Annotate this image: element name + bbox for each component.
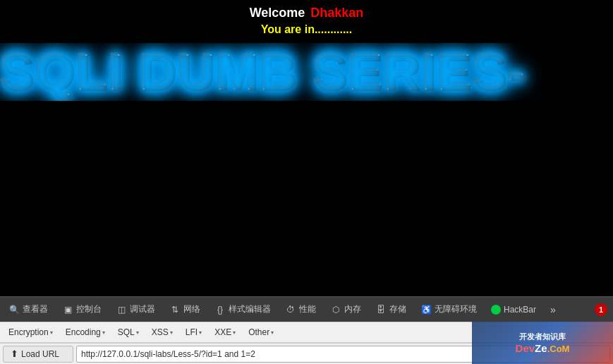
main-content: Welcome Dhakkan You are in............ S… (0, 0, 613, 296)
performance-icon: ⏱ (285, 304, 296, 315)
sql-arrow-icon: ▾ (136, 329, 139, 336)
encryption-label: Encryption (8, 327, 49, 337)
debugger-icon: ◫ (116, 304, 127, 315)
watermark-ze: Ze (535, 342, 547, 354)
encryption-arrow-icon: ▾ (50, 329, 53, 336)
performance-label: 性能 (299, 303, 316, 315)
lfi-button[interactable]: LFI ▾ (180, 325, 207, 339)
devtools-style-editor[interactable]: {} 样式编辑器 (212, 302, 274, 317)
storage-label: 存储 (389, 303, 406, 315)
memory-icon: ⬡ (330, 304, 341, 315)
banner-wrapper: SQLI DUMB SERIES- (0, 43, 613, 101)
style-label: 样式编辑器 (229, 303, 271, 315)
watermark-line2: Dev Ze .CoM (516, 342, 570, 354)
devtools-network[interactable]: ⇅ 网络 (166, 302, 203, 317)
lfi-arrow-icon: ▾ (199, 329, 202, 336)
load-url-label: Load URL (21, 349, 59, 359)
upload-icon: ⬆ (11, 348, 18, 359)
more-icon: » (550, 304, 556, 315)
hackbar-dot-icon (491, 305, 501, 315)
devtools-console[interactable]: ▣ 控制台 (59, 302, 104, 317)
encoding-button[interactable]: Encoding ▾ (60, 325, 111, 339)
style-icon: {} (214, 304, 226, 315)
other-label: Other (248, 327, 269, 337)
devtools-accessibility[interactable]: ♿ 无障碍环境 (418, 302, 480, 317)
banner-text: SQLI DUMB SERIES- (0, 43, 526, 101)
firefox-devtools-toolbar: 🔍 查看器 ▣ 控制台 ◫ 调试器 ⇅ 网络 {} 样式编辑器 ⏱ 性能 ⬡ 内… (0, 296, 613, 322)
watermark: 开发者知识库 Dev Ze .CoM (472, 322, 613, 364)
welcome-label: Welcome (250, 6, 305, 20)
devtools-storage[interactable]: 🗄 存储 (372, 302, 409, 317)
username-label: Dhakkan (310, 6, 363, 20)
encryption-button[interactable]: Encryption ▾ (3, 325, 59, 339)
storage-icon: 🗄 (375, 304, 387, 315)
xss-label: XSS (152, 327, 169, 337)
xss-arrow-icon: ▾ (170, 329, 173, 336)
devtools-memory[interactable]: ⬡ 内存 (327, 302, 364, 317)
xss-button[interactable]: XSS ▾ (146, 325, 178, 339)
encoding-arrow-icon: ▾ (102, 329, 105, 336)
watermark-dev: Dev (516, 342, 535, 354)
network-icon: ⇅ (169, 304, 181, 315)
you-are-in-label: You are in............ (261, 23, 353, 36)
sql-label: SQL (118, 327, 135, 337)
debugger-label: 调试器 (130, 303, 155, 315)
other-arrow-icon: ▾ (271, 329, 274, 336)
console-icon: ▣ (62, 304, 73, 315)
hackbar-tab[interactable]: HackBar (488, 303, 539, 316)
other-button[interactable]: Other ▾ (243, 325, 279, 339)
lfi-label: LFI (186, 327, 198, 337)
devtools-performance[interactable]: ⏱ 性能 (282, 302, 319, 317)
xxe-button[interactable]: XXE ▾ (209, 325, 241, 339)
load-url-button[interactable]: ⬆ Load URL (3, 346, 73, 363)
devtools-more-button[interactable]: » (547, 303, 559, 317)
hackbar-label: HackBar (504, 305, 536, 315)
accessibility-label: 无障碍环境 (435, 303, 477, 315)
welcome-line: Welcome Dhakkan (250, 6, 364, 20)
sql-button[interactable]: SQL ▾ (112, 325, 145, 339)
memory-label: 内存 (344, 303, 361, 315)
console-label: 控制台 (76, 303, 102, 315)
accessibility-icon: ♿ (420, 304, 432, 315)
devtools-debugger[interactable]: ◫ 调试器 (113, 302, 158, 317)
inspector-icon: 🔍 (8, 304, 20, 315)
inspector-label: 查看器 (23, 303, 48, 315)
encoding-label: Encoding (66, 327, 101, 337)
watermark-com: .CoM (547, 344, 570, 354)
xxe-label: XXE (214, 327, 231, 337)
watermark-line1: 开发者知识库 (519, 332, 566, 342)
xxe-arrow-icon: ▾ (233, 329, 236, 336)
network-label: 网络 (183, 303, 200, 315)
devtools-inspector[interactable]: 🔍 查看器 (6, 302, 51, 317)
error-badge[interactable]: 1 (595, 303, 607, 316)
